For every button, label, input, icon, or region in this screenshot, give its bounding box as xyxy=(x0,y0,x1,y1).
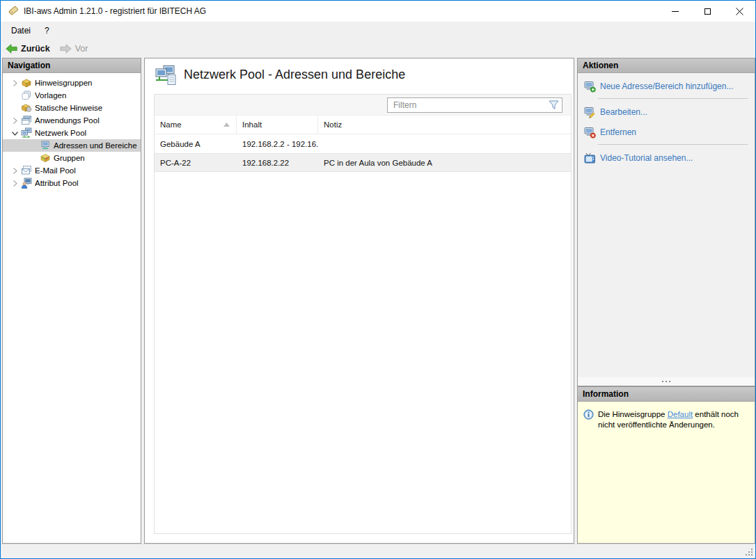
menu-bar: Datei ? xyxy=(1,22,755,40)
action-label: Bearbeiten... xyxy=(600,107,647,117)
notice-groups-icon xyxy=(21,77,35,88)
templates-icon xyxy=(21,90,35,101)
chevron-right-icon[interactable] xyxy=(8,80,21,86)
column-header-notiz[interactable]: Notiz xyxy=(318,116,571,134)
addresses-ranges-icon xyxy=(40,140,54,151)
divider xyxy=(598,144,748,145)
navigation-tree: Hinweisgruppen Vorlagen xyxy=(3,73,141,189)
main-panel: Netzwerk Pool - Adressen und Bereiche Na… xyxy=(144,58,574,544)
static-notices-icon xyxy=(21,102,35,113)
navigation-toolbar: Zurück Vor xyxy=(1,40,755,57)
sidebar-item-attribut-pool[interactable]: Attribut Pool xyxy=(3,177,141,189)
chevron-down-icon[interactable] xyxy=(8,130,21,136)
table-cell-name: Gebäude A xyxy=(155,140,237,148)
sidebar-item-label: Netzwerk Pool xyxy=(35,129,86,137)
attribute-pool-icon xyxy=(21,178,35,189)
actions-panel: Aktionen Neue Adresse/Bereich hinzufügen… xyxy=(577,58,755,386)
table-row[interactable]: Gebäude A 192.168.2.2 - 192.16... xyxy=(155,134,571,153)
forward-label: Vor xyxy=(75,44,88,54)
maximize-icon xyxy=(704,8,711,15)
sidebar-item-label: Gruppen xyxy=(54,154,85,162)
groups-icon xyxy=(40,152,54,164)
chevron-right-icon[interactable] xyxy=(8,118,21,124)
info-text-before: Die Hinweisgruppe xyxy=(598,410,668,418)
action-label: Neue Adresse/Bereich hinzufügen... xyxy=(600,81,733,91)
window-title: IBI-aws Admin 1.21.0 - registriert für I… xyxy=(24,6,206,16)
info-icon xyxy=(583,409,594,420)
splitter-dots-icon xyxy=(662,381,663,382)
column-label: Inhalt xyxy=(242,120,262,129)
splitter-dots-icon xyxy=(666,381,667,382)
panel-splitter[interactable] xyxy=(578,377,755,386)
title-bar: IBI-aws Admin 1.21.0 - registriert für I… xyxy=(1,1,755,22)
sidebar-item-label: Anwendungs Pool xyxy=(35,116,100,125)
sidebar-item-gruppen[interactable]: Gruppen xyxy=(3,152,141,164)
close-icon xyxy=(736,8,743,15)
action-edit[interactable]: Bearbeiten... xyxy=(584,105,749,119)
sidebar-item-netzwerk-pool[interactable]: Netzwerk Pool xyxy=(3,127,141,139)
back-button[interactable]: Zurück xyxy=(1,41,55,56)
chevron-right-icon[interactable] xyxy=(8,180,21,187)
table-row[interactable]: PC-A-22 192.168.2.22 PC in der Aula von … xyxy=(155,153,571,172)
sidebar-item-label: Vorlagen xyxy=(35,91,66,100)
splitter-dots-icon xyxy=(669,381,670,382)
sidebar-item-label: Statische Hinweise xyxy=(35,104,102,112)
menu-item-datei[interactable]: Datei xyxy=(4,22,38,40)
action-label: Video-Tutorial ansehen... xyxy=(600,153,693,163)
forward-button[interactable]: Vor xyxy=(55,41,93,56)
navigation-panel: Navigation Hinweisgruppen xyxy=(2,58,141,544)
information-panel: Information Die Hinweisgruppe Default en… xyxy=(577,386,755,544)
address-list-region: Name Inhalt Notiz Gebäude A 192.168.2.2 … xyxy=(154,94,572,534)
page-title: Netzwerk Pool - Adressen und Bereiche xyxy=(184,68,405,82)
minimize-button[interactable] xyxy=(659,1,691,22)
sidebar-item-email-pool[interactable]: E-Mail Pool xyxy=(3,164,141,177)
filter-icon[interactable] xyxy=(545,100,562,110)
action-remove[interactable]: Entfernen xyxy=(584,125,749,139)
filter-input[interactable] xyxy=(388,100,545,111)
table-header-row: Name Inhalt Notiz xyxy=(155,116,571,134)
sidebar-item-adressen-und-bereiche[interactable]: Adressen und Bereiche xyxy=(3,139,141,152)
sidebar-item-label: Adressen und Bereiche xyxy=(54,141,137,150)
chevron-right-icon[interactable] xyxy=(8,168,21,174)
resize-grip-icon[interactable] xyxy=(745,548,753,556)
window-controls xyxy=(659,1,755,22)
information-header: Information xyxy=(578,387,755,402)
sidebar-item-vorlagen[interactable]: Vorlagen xyxy=(3,89,141,102)
information-body: Die Hinweisgruppe Default enthält noch n… xyxy=(578,402,755,430)
application-pool-icon xyxy=(21,115,35,126)
column-label: Notiz xyxy=(324,120,342,129)
sidebar-item-statische-hinweise[interactable]: Statische Hinweise xyxy=(3,102,141,114)
sidebar-item-anwendungs-pool[interactable]: Anwendungs Pool xyxy=(3,114,141,127)
email-pool-icon xyxy=(21,165,35,176)
sort-asc-icon xyxy=(223,123,230,127)
action-add-address[interactable]: Neue Adresse/Bereich hinzufügen... xyxy=(584,79,749,93)
info-text: Die Hinweisgruppe Default enthält noch n… xyxy=(598,409,750,430)
status-bar xyxy=(1,544,755,558)
default-link[interactable]: Default xyxy=(668,410,693,418)
table-cell-notiz: PC in der Aula von Gebäude A xyxy=(318,159,571,167)
back-icon xyxy=(6,44,17,54)
app-window: IBI-aws Admin 1.21.0 - registriert für I… xyxy=(0,0,756,559)
column-label: Name xyxy=(160,120,182,129)
actions-header: Aktionen xyxy=(578,58,755,73)
back-label: Zurück xyxy=(21,44,50,54)
maximize-button[interactable] xyxy=(691,1,723,22)
action-video-tutorial[interactable]: Video-Tutorial ansehen... xyxy=(584,151,749,165)
table-cell-name: PC-A-22 xyxy=(155,159,237,167)
menu-item-help[interactable]: ? xyxy=(38,22,56,40)
forward-icon xyxy=(60,44,72,54)
filter-row xyxy=(155,95,571,116)
sidebar-item-label: E-Mail Pool xyxy=(35,166,76,175)
add-address-icon xyxy=(584,81,596,93)
column-header-name[interactable]: Name xyxy=(155,116,237,134)
filter-field xyxy=(387,97,562,113)
sidebar-item-hinweisgruppen[interactable]: Hinweisgruppen xyxy=(3,77,141,89)
column-header-inhalt[interactable]: Inhalt xyxy=(237,116,318,134)
navigation-header: Navigation xyxy=(3,58,141,73)
sidebar-item-label: Hinweisgruppen xyxy=(35,79,92,87)
action-label: Entfernen xyxy=(600,127,636,137)
close-button[interactable] xyxy=(723,1,755,22)
sidebar-item-label: Attribut Pool xyxy=(35,179,79,187)
app-icon xyxy=(7,6,18,17)
table-cell-inhalt: 192.168.2.2 - 192.16... xyxy=(237,140,318,148)
